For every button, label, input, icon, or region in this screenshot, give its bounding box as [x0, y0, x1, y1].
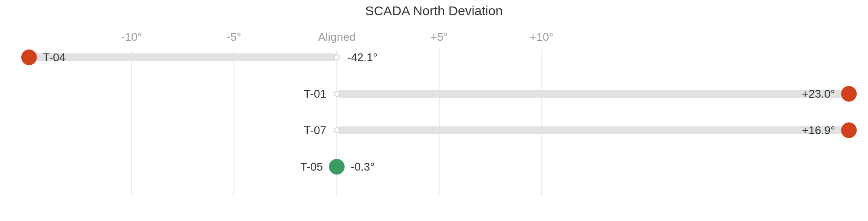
axis: -10° -5° Aligned +5° +10° — [0, 30, 868, 43]
row-name: T-04 — [43, 51, 66, 64]
deviation-chart: SCADA North Deviation -10° -5° Aligned +… — [0, 0, 868, 221]
table-row: T-05-0.3° — [0, 159, 868, 175]
table-row: T-07+16.9° — [0, 122, 868, 138]
status-dot-good — [329, 159, 345, 175]
tick-aligned: Aligned — [318, 30, 356, 44]
tick-minus-10: -10° — [121, 30, 142, 44]
table-row: T-04-42.1° — [0, 49, 868, 65]
deviation-bar — [337, 126, 849, 134]
row-name: T-05 — [300, 160, 323, 174]
center-pin-icon — [334, 91, 340, 97]
row-value: +16.9° — [802, 124, 835, 137]
center-pin-icon — [334, 54, 340, 60]
deviation-bar — [29, 53, 337, 61]
chart-title: SCADA North Deviation — [0, 3, 868, 18]
status-dot-bad — [21, 49, 37, 65]
tick-plus-10: +10° — [530, 30, 554, 44]
status-dot-bad — [841, 122, 857, 138]
center-pin-icon — [334, 127, 340, 133]
status-dot-bad — [841, 86, 857, 102]
deviation-bar — [337, 90, 849, 98]
table-row: T-01+23.0° — [0, 86, 868, 102]
row-value: +23.0° — [802, 87, 835, 101]
tick-minus-5: -5° — [227, 30, 241, 44]
row-value: -0.3° — [351, 160, 375, 174]
row-name: T-01 — [304, 87, 326, 101]
tick-plus-5: +5° — [431, 30, 448, 44]
row-value: -42.1° — [347, 51, 378, 64]
row-name: T-07 — [304, 124, 326, 137]
rows-band: T-04-42.1°T-01+23.0°T-07+16.9°T-05-0.3° — [0, 49, 868, 195]
